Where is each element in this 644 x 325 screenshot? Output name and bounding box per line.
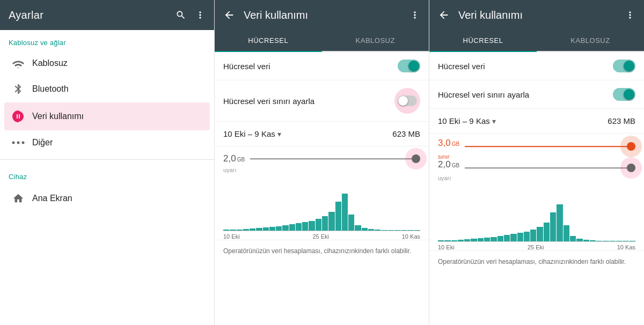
date-dropdown-icon: ▾ bbox=[277, 130, 281, 138]
bar-9 bbox=[276, 226, 282, 231]
footer-text-right: Operatörünüzün veri hesaplaması, cihazın… bbox=[429, 250, 644, 273]
sinir-ripple-middle[interactable] bbox=[394, 88, 420, 114]
bar-11 bbox=[289, 224, 295, 231]
bluetooth-icon bbox=[9, 83, 28, 95]
section-device-label: Cihaz bbox=[0, 164, 214, 185]
right-tabs: HÜCRESEL KABLOSUZ bbox=[429, 30, 644, 52]
slider-limit-right: 3,0GB sınır bbox=[438, 138, 635, 155]
sinir-toggle-thumb-right bbox=[624, 89, 634, 100]
bar-3 bbox=[237, 230, 243, 231]
tab-kablosuz-right[interactable]: KABLOSUZ bbox=[537, 30, 644, 51]
bar-chart-right: 10 Eki 25 Eki 10 Kas bbox=[438, 188, 635, 250]
svg-point-0 bbox=[17, 68, 19, 68]
menu-item-bluetooth[interactable]: Bluetooth bbox=[0, 76, 214, 102]
rbar-22 bbox=[576, 239, 582, 241]
search-icon[interactable] bbox=[175, 10, 186, 20]
more-vert-icon[interactable] bbox=[195, 10, 206, 20]
bluetooth-label: Bluetooth bbox=[32, 84, 69, 94]
bar-8 bbox=[269, 227, 275, 231]
rbar-9 bbox=[491, 237, 496, 241]
tab-hucresel-right[interactable]: HÜCRESEL bbox=[429, 30, 537, 51]
bar-27 bbox=[394, 230, 400, 231]
topbar-icons bbox=[175, 10, 206, 20]
right-more-icon[interactable] bbox=[625, 10, 635, 20]
bar-21 bbox=[355, 225, 361, 231]
rbar-17 bbox=[544, 223, 550, 241]
rbar-11 bbox=[504, 235, 510, 241]
slider-handle-ripple-middle[interactable] bbox=[405, 148, 427, 169]
data-usage-icon bbox=[9, 110, 28, 123]
limit-slider-track-right bbox=[465, 146, 635, 147]
chart-area-right: 3,0GB sınır 2,0GB uyarı bbox=[429, 134, 644, 250]
rbar-21 bbox=[570, 236, 576, 241]
rbar-2 bbox=[444, 240, 450, 241]
date-range-right[interactable]: 10 Eki – 9 Kas ▾ bbox=[438, 116, 496, 125]
ana-ekran-label: Ana Ekran bbox=[32, 194, 72, 203]
hucresel-sinir-row-right: Hücresel veri sınırı ayarla bbox=[429, 80, 644, 109]
section-divider bbox=[0, 159, 214, 160]
bar-19 bbox=[342, 194, 348, 231]
warn-slider-track-right bbox=[465, 167, 635, 168]
bar-6 bbox=[256, 228, 262, 231]
bar-13 bbox=[302, 222, 308, 231]
rbar-18 bbox=[550, 212, 556, 241]
rbar-3 bbox=[451, 240, 457, 241]
hucresel-veri-row-middle: Hücresel veri bbox=[215, 52, 429, 80]
chart-label-2-right: 25 Eki bbox=[528, 244, 544, 250]
rbar-30 bbox=[630, 241, 635, 241]
data-size-middle: 623 MB bbox=[392, 129, 420, 138]
hucresel-veri-toggle-right[interactable] bbox=[613, 60, 635, 72]
bar-29 bbox=[407, 230, 413, 231]
middle-back-button[interactable] bbox=[223, 9, 235, 21]
more-dots-icon bbox=[9, 139, 28, 146]
sinir-toggle-right[interactable] bbox=[613, 88, 635, 101]
diger-label: Diğer bbox=[32, 138, 53, 147]
bar-28 bbox=[401, 230, 407, 231]
sinir-toggle-middle[interactable] bbox=[398, 95, 417, 106]
rbar-10 bbox=[497, 236, 503, 241]
chart-labels-middle: 10 Eki 25 Eki 10 Kas bbox=[223, 233, 420, 240]
tab-hucresel-middle[interactable]: HÜCRESEL bbox=[215, 30, 322, 51]
hucresel-sinir-label-right: Hücresel veri sınırı ayarla bbox=[438, 90, 613, 99]
bar-15 bbox=[316, 219, 321, 231]
warn-slider-handle-right[interactable] bbox=[620, 157, 642, 179]
middle-more-icon[interactable] bbox=[409, 10, 420, 20]
chart-label-3-middle: 10 Kas bbox=[402, 233, 420, 240]
menu-item-veri[interactable]: Veri kullanımı bbox=[4, 102, 210, 130]
date-range-middle[interactable]: 10 Eki – 9 Kas ▾ bbox=[223, 129, 281, 138]
data-size-right: 623 MB bbox=[608, 116, 635, 125]
middle-topbar: Veri kullanımı bbox=[215, 0, 429, 30]
limit-slider-handle-right[interactable] bbox=[620, 136, 642, 157]
right-back-button[interactable] bbox=[438, 9, 450, 21]
rbar-26 bbox=[603, 241, 609, 241]
rbar-1 bbox=[438, 240, 444, 241]
hucresel-sinir-row-middle: Hücresel veri sınırı ayarla bbox=[215, 80, 429, 122]
bar-5 bbox=[250, 228, 255, 231]
middle-panel-title: Veri kullanımı bbox=[244, 9, 401, 21]
tab-kablosuz-middle[interactable]: KABLOSUZ bbox=[322, 30, 429, 51]
date-row-middle: 10 Eki – 9 Kas ▾ 623 MB bbox=[215, 122, 429, 146]
rbar-25 bbox=[596, 241, 602, 241]
menu-item-ana-ekran[interactable]: Ana Ekran bbox=[0, 185, 214, 212]
limit-thumb-right bbox=[627, 142, 635, 151]
sinir-toggle-wrap-middle bbox=[394, 88, 420, 114]
bar-26 bbox=[388, 230, 394, 231]
menu-item-kablosuz[interactable]: Kablosuz bbox=[0, 51, 214, 76]
bar-14 bbox=[309, 221, 314, 231]
chart-area-middle: 2,0GB uyarı bbox=[215, 146, 429, 240]
bar-12 bbox=[296, 223, 302, 231]
hucresel-veri-toggle-middle[interactable] bbox=[398, 60, 420, 72]
svg-point-3 bbox=[22, 142, 25, 144]
middle-content: Hücresel veri Hücresel veri sınırı ayarl… bbox=[215, 52, 429, 325]
date-dropdown-icon-right: ▾ bbox=[492, 117, 496, 125]
rbar-5 bbox=[464, 239, 470, 241]
chart-label-1-right: 10 Eki bbox=[438, 244, 455, 250]
bar-22 bbox=[362, 228, 368, 231]
menu-item-diger[interactable]: Diğer bbox=[0, 130, 214, 155]
rbar-19 bbox=[557, 204, 562, 241]
slider-track-middle bbox=[250, 158, 420, 159]
bar-23 bbox=[368, 229, 374, 231]
middle-tabs: HÜCRESEL KABLOSUZ bbox=[215, 30, 429, 52]
rbar-12 bbox=[510, 234, 516, 241]
rbar-16 bbox=[537, 227, 543, 241]
